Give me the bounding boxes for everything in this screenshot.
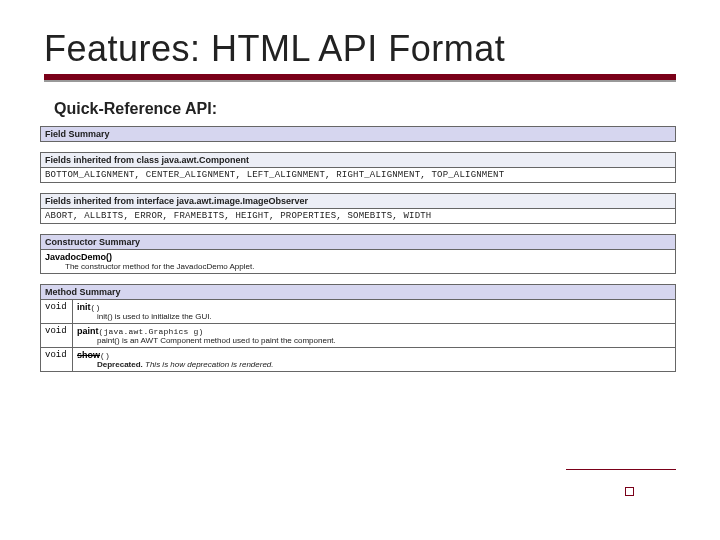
method-row: void show() Deprecated. This is how depr… [41,348,676,372]
footer-rule [566,469,676,470]
constructor-summary-table: Constructor Summary JavadocDemo() The co… [40,234,676,274]
api-doc-region: Field Summary Fields inherited from clas… [40,126,676,372]
method-sig: () [100,351,110,360]
method-row: void init() init() is used to initialize… [41,300,676,324]
slide-title: Features: HTML API Format [44,28,676,70]
method-row: void paint(java.awt.Graphics g) paint() … [41,324,676,348]
constructor-signature: JavadocDemo() [45,252,112,262]
method-summary-heading: Method Summary [41,285,676,300]
method-cell: show() Deprecated. This is how deprecati… [73,348,676,372]
constructor-description: The constructor method for the JavadocDe… [45,262,671,271]
field-summary-table: Field Summary [40,126,676,142]
method-desc: paint() is an AWT Component method used … [77,336,671,345]
method-sig: () [91,303,101,312]
deprecated-prefix: Deprecated. [97,360,145,369]
method-return: void [41,300,73,324]
method-name: paint [77,326,99,336]
fields-inherited-component: Fields inherited from class java.awt.Com… [40,152,676,183]
inherited-component-label: Fields inherited from class java.awt.Com… [41,153,676,168]
method-sig: (java.awt.Graphics g) [99,327,204,336]
method-desc: init() is used to initialize the GUI. [77,312,671,321]
deprecated-note: This is how deprecation is rendered. [145,360,274,369]
constructor-summary-heading: Constructor Summary [41,235,676,250]
title-rule [44,74,676,84]
method-summary-table: Method Summary void init() init() is use… [40,284,676,372]
inherited-imageobserver-label: Fields inherited from interface java.awt… [41,194,676,209]
method-cell: paint(java.awt.Graphics g) paint() is an… [73,324,676,348]
fields-inherited-imageobserver: Fields inherited from interface java.awt… [40,193,676,224]
inherited-imageobserver-values: ABORT, ALLBITS, ERROR, FRAMEBITS, HEIGHT… [41,209,676,224]
method-desc: Deprecated. This is how deprecation is r… [77,360,671,369]
method-cell: init() init() is used to initialize the … [73,300,676,324]
field-summary-heading: Field Summary [41,127,676,142]
method-return: void [41,324,73,348]
constructor-row: JavadocDemo() The constructor method for… [41,250,676,274]
footer-bullet-icon [625,487,634,496]
method-return: void [41,348,73,372]
inherited-component-values: BOTTOM_ALIGNMENT, CENTER_ALIGNMENT, LEFT… [41,168,676,183]
subheading: Quick-Reference API: [54,100,676,118]
method-name-deprecated: show [77,350,100,360]
method-name: init [77,302,91,312]
